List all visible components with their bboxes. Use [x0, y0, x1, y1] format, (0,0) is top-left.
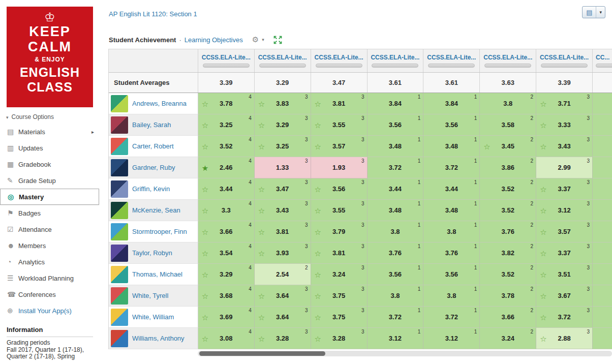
sidebar-item-analytics[interactable]: ◔Analytics [0, 254, 99, 270]
mastery-star-icon[interactable]: ☆ [540, 142, 546, 150]
mastery-score-cell[interactable]: 3.81 [368, 221, 424, 242]
course-title-link[interactable]: AP English Lit 1120: Section 1 [109, 10, 197, 18]
mastery-star-icon[interactable]: ☆ [258, 313, 265, 321]
fullscreen-expand-icon[interactable] [273, 36, 282, 44]
mastery-star-icon[interactable]: ☆ [540, 121, 546, 129]
mastery-score-cell[interactable]: 3.721 [368, 307, 424, 328]
mastery-score-cell[interactable]: 3.761 [423, 242, 480, 264]
mastery-score-cell[interactable]: 3.522 [480, 200, 536, 221]
mastery-star-icon[interactable]: ☆ [540, 292, 546, 299]
mastery-score-cell[interactable] [593, 264, 612, 285]
mastery-score-cell[interactable]: 3.662 [480, 307, 536, 328]
mastery-star-icon[interactable]: ☆ [315, 270, 321, 278]
mastery-score-cell[interactable] [593, 136, 612, 157]
mastery-score-cell[interactable]: ☆3.643 [255, 285, 311, 307]
mastery-score-cell[interactable]: 3.721 [368, 157, 424, 178]
mastery-score-cell[interactable]: 3.81 [368, 285, 424, 307]
mastery-score-cell[interactable]: ☆3.34 [198, 200, 255, 221]
mastery-star-icon[interactable]: ☆ [315, 292, 321, 299]
mastery-score-cell[interactable]: 3.441 [368, 178, 424, 200]
sidebar-item-conferences[interactable]: ☎Conferences [0, 286, 99, 302]
mastery-score-cell[interactable]: 3.481 [368, 136, 424, 157]
mastery-score-cell[interactable]: 3.721 [423, 307, 480, 328]
mastery-star-icon[interactable]: ☆ [540, 228, 546, 235]
mastery-score-cell[interactable]: ☆3.694 [198, 307, 255, 328]
mastery-star-icon[interactable]: ☆ [202, 228, 208, 235]
column-header-link[interactable]: CCSS.ELA-Lite... [258, 54, 307, 61]
mastery-score-cell[interactable]: 1.933 [311, 157, 368, 178]
mastery-score-cell[interactable]: 3.481 [423, 200, 480, 221]
sidebar-item-members[interactable]: ☻Members [0, 237, 99, 254]
student-name-link[interactable]: Gardner, Ruby [132, 164, 175, 171]
mastery-star-icon[interactable]: ☆ [540, 206, 546, 214]
mastery-score-cell[interactable]: 3.81 [423, 221, 480, 242]
mastery-score-cell[interactable]: ☆3.293 [255, 114, 311, 136]
student-name-link[interactable]: McKenzie, Sean [132, 206, 180, 214]
mastery-star-icon[interactable]: ☆ [540, 313, 546, 321]
mastery-score-cell[interactable] [593, 157, 612, 178]
mastery-score-cell[interactable]: ☆3.813 [311, 242, 368, 264]
mastery-score-cell[interactable]: ☆3.452 [480, 136, 536, 157]
mastery-score-cell[interactable]: 3.561 [423, 114, 480, 136]
sidebar-item-grade-setup[interactable]: ✎Grade Setup [0, 172, 99, 189]
mastery-score-cell[interactable]: 3.441 [423, 178, 480, 200]
mastery-score-cell[interactable]: 3.522 [480, 264, 536, 285]
mastery-score-cell[interactable]: 3.481 [423, 136, 480, 157]
mastery-score-cell[interactable]: ☆2.883 [536, 328, 593, 349]
mastery-score-cell[interactable]: ☆3.673 [536, 285, 593, 307]
chevron-down-icon[interactable]: ▾ [262, 37, 264, 42]
course-options-toggle[interactable]: ▾Course Options [6, 113, 108, 120]
column-header-link[interactable]: CCSS.ELA-Lite... [540, 54, 589, 61]
mastery-score-cell[interactable]: ☆3.553 [311, 114, 368, 136]
mastery-score-cell[interactable] [593, 200, 612, 221]
mastery-score-cell[interactable] [593, 221, 612, 242]
mastery-score-cell[interactable]: ☆3.253 [255, 136, 311, 157]
mastery-star-icon[interactable]: ☆ [202, 121, 208, 129]
mastery-score-cell[interactable]: 3.762 [480, 221, 536, 242]
view-options-button[interactable]: ▤ ▾ [582, 6, 605, 18]
sidebar-item-materials[interactable]: ▤Materials▸ [0, 124, 99, 140]
mastery-star-icon[interactable]: ☆ [258, 249, 265, 257]
mastery-star-icon[interactable]: ★ [202, 164, 208, 171]
mastery-score-cell[interactable]: 3.822 [480, 242, 536, 264]
sidebar-item-updates[interactable]: ▥Updates [0, 140, 99, 156]
mastery-score-cell[interactable]: ☆3.753 [311, 307, 368, 328]
mastery-score-cell[interactable] [593, 114, 612, 136]
mastery-score-cell[interactable]: ☆3.283 [255, 328, 311, 349]
mastery-score-cell[interactable]: ☆3.563 [311, 178, 368, 200]
mastery-score-cell[interactable] [593, 328, 612, 349]
mastery-star-icon[interactable]: ☆ [258, 335, 265, 342]
mastery-star-icon[interactable]: ☆ [258, 292, 265, 299]
column-header-link[interactable]: CCSS.ELA-Lite... [202, 54, 251, 61]
mastery-star-icon[interactable]: ☆ [202, 270, 208, 278]
mastery-score-cell[interactable]: ☆3.254 [198, 114, 255, 136]
mastery-score-cell[interactable]: ☆3.473 [255, 178, 311, 200]
mastery-star-icon[interactable]: ☆ [315, 121, 321, 129]
mastery-score-cell[interactable]: ☆3.833 [255, 93, 311, 114]
mastery-star-icon[interactable]: ☆ [483, 142, 490, 150]
mastery-star-icon[interactable]: ☆ [315, 142, 321, 150]
mastery-score-cell[interactable]: ☆3.684 [198, 285, 255, 307]
mastery-score-cell[interactable] [593, 93, 612, 114]
horizontal-scrollbar[interactable] [198, 351, 612, 356]
mastery-star-icon[interactable]: ☆ [202, 142, 208, 150]
mastery-star-icon[interactable]: ☆ [202, 313, 208, 321]
mastery-score-cell[interactable]: 2.542 [255, 264, 311, 285]
mastery-score-cell[interactable] [593, 307, 612, 328]
mastery-score-cell[interactable]: 3.121 [423, 328, 480, 349]
mastery-score-cell[interactable]: ☆3.333 [536, 114, 593, 136]
sidebar-item-install-your-app-s[interactable]: ⊕Install Your App(s) [0, 302, 99, 319]
mastery-score-cell[interactable] [593, 242, 612, 264]
mastery-score-cell[interactable] [593, 178, 612, 200]
mastery-score-cell[interactable]: 3.82 [480, 93, 536, 114]
student-name-link[interactable]: Stormtrooper, Finn [132, 228, 187, 235]
student-name-link[interactable]: Thomas, Michael [132, 270, 182, 278]
mastery-star-icon[interactable]: ☆ [202, 100, 208, 107]
mastery-star-icon[interactable]: ☆ [258, 206, 265, 214]
mastery-star-icon[interactable]: ☆ [315, 313, 321, 321]
mastery-star-icon[interactable]: ☆ [202, 292, 208, 299]
mastery-star-icon[interactable]: ☆ [202, 185, 208, 193]
gear-icon[interactable]: ⚙ [252, 35, 259, 44]
sidebar-item-gradebook[interactable]: ▦Gradebook [0, 156, 99, 172]
mastery-score-cell[interactable]: ☆3.813 [255, 221, 311, 242]
